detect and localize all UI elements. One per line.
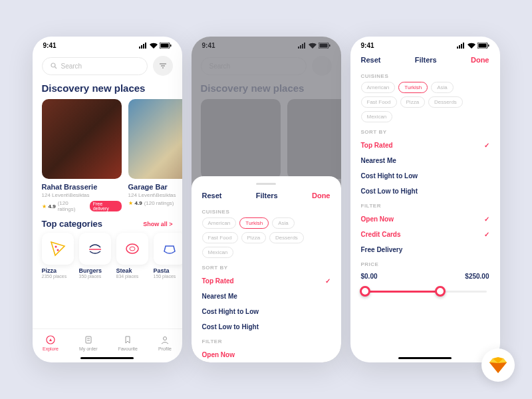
slider-thumb-min[interactable] [360,286,370,297]
tab-explore[interactable]: Explore [43,334,59,351]
sketch-badge [481,348,515,382]
categories-title: Top categories [42,219,103,229]
cuisine-chip[interactable]: Mexican [202,247,234,258]
battery-icon [477,43,489,49]
ratings-count: (120 ratings) [58,200,86,212]
category-card[interactable]: Pizza 2350 places [42,233,74,279]
phone-explore: 9:41 Search Discovery new places Rahat B… [33,37,182,362]
tab-my-order[interactable]: My order [79,334,98,351]
svg-rect-0 [139,47,140,49]
tab-label: Profile [158,346,172,351]
cuisine-chip[interactable]: Asia [431,82,454,93]
price-slider[interactable] [364,284,487,300]
burger-icon [86,239,104,258]
show-all-link[interactable]: Show all > [143,221,172,227]
discover-title: Discovery new places [33,80,182,99]
search-input[interactable]: Search [42,57,148,75]
svg-rect-31 [461,44,462,49]
status-time: 9:41 [361,42,374,49]
svg-rect-1 [141,45,142,49]
price-label: PRICE [350,257,500,270]
pizza-icon [49,239,67,258]
filters-title: Filters [256,192,278,200]
home-indicator [398,357,452,359]
sort-option[interactable]: Nearest Me [361,153,489,168]
ratings-count: (120 ratings) [144,200,174,206]
cuisines-label: CUISINES [350,69,500,82]
battery-icon [160,43,172,49]
home-indicator [80,357,134,359]
price-min: $0.00 [361,273,378,280]
category-card[interactable]: Pasta 150 places [154,233,182,279]
done-button[interactable]: Done [471,56,489,64]
star-icon: ★ [42,203,47,209]
cuisine-chip[interactable]: Pizza [241,232,267,243]
cuisine-chip[interactable]: Pizza [400,96,426,108]
cuisine-chip[interactable]: Fast Food [202,232,238,243]
pasta-icon [160,239,179,258]
category-count: 150 places [154,274,182,279]
tab-profile[interactable]: Profile [158,334,172,351]
svg-rect-6 [170,45,172,47]
sort-option[interactable]: Cost Low to Hight [202,319,331,334]
wifi-icon [150,43,158,49]
tab-bar: Explore My order Favourite Profile [33,329,182,355]
reset-button[interactable]: Reset [361,56,381,64]
done-button[interactable]: Done [312,192,331,200]
sheet-handle[interactable] [256,183,276,185]
filters-title: Filters [415,56,437,64]
profile-icon [160,334,170,345]
sort-option[interactable]: Cost Low to Hight [361,184,489,199]
svg-rect-3 [145,43,146,49]
category-card[interactable]: Steak 834 places [116,233,148,279]
sort-option[interactable]: Top Rated✓ [361,138,489,153]
filter-option[interactable]: Credit Cards✓ [361,227,489,242]
svg-rect-29 [457,47,458,49]
place-card[interactable]: Garage Bar 124 Levent\Besiktas ★ 4.9 (12… [128,99,182,212]
status-bar: 9:41 [350,37,500,52]
check-icon: ✓ [325,277,331,285]
cuisine-chip[interactable]: Desserds [428,96,463,108]
svg-rect-2 [143,44,144,49]
cuisine-chip[interactable]: Asia [272,217,295,229]
status-bar: 9:41 [33,37,182,52]
category-count: 2350 places [42,274,74,279]
filter-option[interactable]: Free Delivery [361,242,489,257]
cuisine-chip[interactable]: Desserds [269,232,304,243]
filter-option[interactable]: Open Now✓ [361,211,489,227]
sort-option[interactable]: Cost Hight to Low [361,168,489,184]
cuisine-chip[interactable]: American [361,82,396,93]
check-icon: ✓ [484,231,489,238]
place-card[interactable]: Rahat Brasserie 124 Levent\Besiktas ★ 4.… [42,99,122,212]
tab-label: My order [79,346,98,351]
category-name: Pasta [154,267,182,274]
price-max: $250.00 [465,273,489,280]
cuisine-chip[interactable]: Turkish [239,217,269,229]
cuisines-label: CUISINES [192,205,341,217]
tab-favourite[interactable]: Favourite [118,334,138,351]
tab-label: Explore [43,346,59,351]
sort-option[interactable]: Nearest Me [202,289,331,304]
svg-rect-35 [488,45,489,47]
wifi-icon [467,43,475,49]
reset-button[interactable]: Reset [202,192,222,200]
check-icon: ✓ [484,215,489,223]
category-card[interactable]: Burgers 350 places [79,233,111,279]
svg-rect-5 [160,44,168,48]
cuisine-chip[interactable]: American [202,217,237,229]
svg-rect-34 [478,44,486,48]
svg-point-15 [126,244,138,253]
filter-button[interactable] [153,56,173,76]
sort-option[interactable]: Top Rated✓ [202,273,331,289]
filter-option[interactable]: Open Now [202,347,331,362]
slider-thumb-max[interactable] [435,286,446,297]
svg-point-12 [55,246,57,248]
cuisine-chip[interactable]: Turkish [398,82,428,93]
sort-option[interactable]: Cost Hight to Low [202,304,331,319]
cuisine-chip[interactable]: Fast Food [361,96,397,108]
cuisine-chip[interactable]: Mexican [361,111,393,122]
order-icon [83,334,94,345]
search-placeholder: Search [61,63,82,70]
category-count: 350 places [79,274,111,279]
category-count: 834 places [116,274,148,279]
